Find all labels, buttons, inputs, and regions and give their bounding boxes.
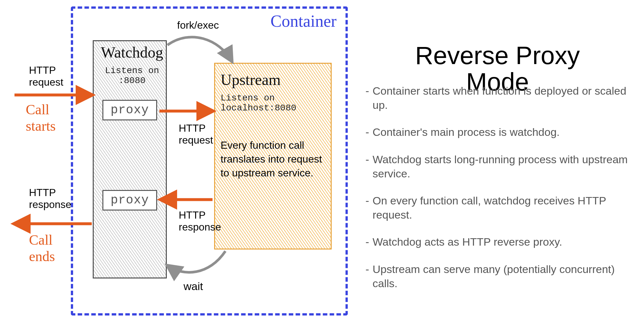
container-label: Container [270,12,336,31]
label-fork-exec: fork/exec [177,19,219,31]
bullet-text: Container starts when function is deploy… [373,84,630,112]
bullet-dash: - [365,152,373,181]
label-http-response-out: HTTP response [29,187,71,211]
bullet-list: -Container starts when function is deplo… [365,84,630,303]
bullet-item: -Watchdog acts as HTTP reverse proxy. [365,235,630,249]
bullet-item: -Upstream can serve many (potentially co… [365,262,630,290]
bullet-item: -Container's main process is watchdog. [365,125,630,139]
upstream-listens: Listens on localhost:8080 [221,93,296,113]
bullet-item: -On every function call, watchdog receiv… [365,193,630,222]
bullet-text: Watchdog starts long-running process wit… [373,152,630,181]
diagram-stage: Container Watchdog Listens on :8080 prox… [0,0,644,320]
label-mid-http-request: HTTP request [179,122,213,146]
label-wait: wait [184,280,203,293]
proxy-box-response: proxy [102,190,157,211]
label-call-starts: Call starts [26,101,56,134]
bullet-dash: - [365,262,373,290]
label-call-ends: Call ends [29,232,55,265]
bullet-item: -Watchdog starts long-running process wi… [365,152,630,181]
bullet-dash: - [365,125,373,139]
bullet-dash: - [365,235,373,249]
bullet-text: On every function call, watchdog receive… [373,193,630,222]
watchdog-title: Watchdog [97,43,167,61]
bullet-text: Upstream can serve many (potentially con… [373,262,630,290]
label-mid-http-response: HTTP response [179,209,221,233]
bullet-dash: - [365,84,373,112]
bullet-item: -Container starts when function is deplo… [365,84,630,112]
proxy-box-request: proxy [102,100,157,120]
watchdog-listens: Listens on :8080 [97,66,167,86]
bullet-text: Container's main process is watchdog. [373,125,630,139]
upstream-description: Every function call translates into requ… [221,138,327,180]
upstream-title: Upstream [221,71,327,89]
label-http-request-in: HTTP request [29,64,63,88]
panel-title: Reverse ProxyMode [361,16,634,95]
bullet-text: Watchdog acts as HTTP reverse proxy. [373,235,630,249]
bullet-dash: - [365,193,373,222]
